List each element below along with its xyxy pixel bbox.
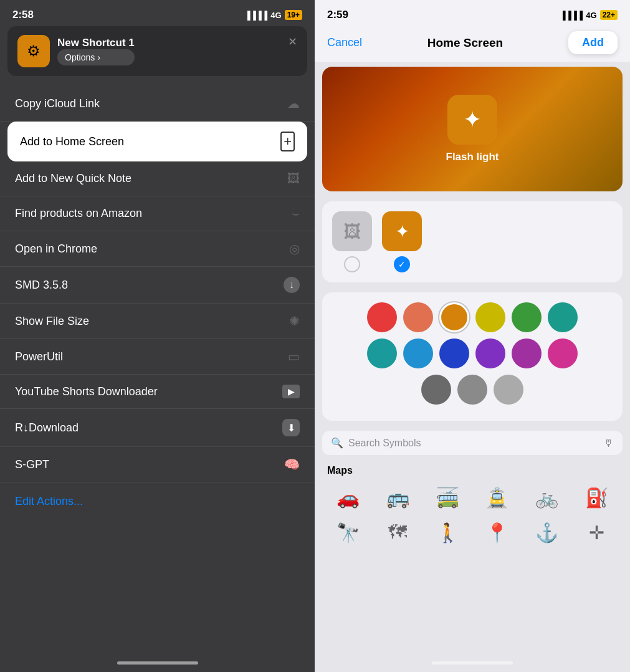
shortcut-icon: ⚙ [17, 35, 50, 67]
add-button[interactable]: Add [568, 31, 618, 54]
menu-item-amazon[interactable]: Find products on Amazon ⌣ [0, 196, 315, 231]
search-symbols-icon: 🔍 [331, 437, 343, 449]
preview-icon: ✦ [447, 95, 497, 145]
color-blue-light[interactable] [403, 338, 433, 368]
icon-selector: 🖼 ✦ ✓ [322, 201, 623, 282]
download-circle-icon: ↓ [284, 277, 300, 293]
add-square-icon: + [280, 132, 295, 151]
cancel-button[interactable]: Cancel [327, 36, 362, 49]
menu-item-copy-icloud[interactable]: Copy iCloud Link ☁ [0, 86, 315, 122]
color-purple[interactable] [475, 338, 505, 368]
menu-item-rdownload[interactable]: R↓Download ⬇ [0, 409, 315, 447]
color-cyan[interactable] [367, 338, 397, 368]
time-right: 2:59 [327, 9, 348, 21]
menu-item-sgpt[interactable]: S-GPT 🧠 [0, 447, 315, 482]
color-teal[interactable] [548, 302, 578, 332]
symbol-bike[interactable]: 🚲 [526, 484, 568, 511]
menu-label-file-size: Show File Size [15, 315, 89, 328]
menu-item-quick-note[interactable]: Add to New Quick Note 🖼 [0, 161, 315, 196]
icon-option-image[interactable]: 🖼 [332, 211, 372, 272]
image-placeholder-icon: 🖼 [332, 211, 372, 251]
play-icon: ▶ [282, 385, 300, 398]
symbol-anchor[interactable]: ⚓ [526, 519, 568, 546]
color-blue-dark[interactable] [439, 338, 469, 368]
symbol-train[interactable]: 🚊 [476, 484, 518, 511]
menu-item-powerutil[interactable]: PowerUtil ▭ [0, 339, 315, 375]
menu-item-add-home[interactable]: Add to Home Screen + [7, 122, 307, 161]
shortcut-title: New Shortcut 1 [57, 37, 135, 49]
menu-label-youtube: YouTube Shorts Downloader [15, 385, 158, 398]
sparkle-option-icon: ✦ [382, 211, 422, 251]
time-left: 2:58 [12, 9, 34, 21]
shortcut-header: ⚙ New Shortcut 1 Options › ✕ [7, 26, 307, 76]
menu-item-youtube[interactable]: YouTube Shorts Downloader ▶ [0, 375, 315, 409]
color-orange-red[interactable] [403, 302, 433, 332]
network-left: 4G [270, 11, 281, 20]
menu-label-copy-icloud: Copy iCloud Link [15, 97, 100, 110]
color-orange[interactable] [439, 302, 469, 332]
note-icon: 🖼 [287, 171, 300, 186]
symbol-fuel[interactable]: ⛽ [575, 484, 618, 511]
color-yellow[interactable] [475, 302, 505, 332]
nav-title: Home Screen [427, 36, 503, 50]
menu-label-sgpt: S-GPT [15, 458, 49, 471]
color-gray-light[interactable] [494, 375, 523, 405]
color-palette [322, 292, 623, 421]
color-row-1 [332, 302, 613, 332]
battery-left: 19+ [285, 10, 302, 20]
symbols-section: Maps 🚗 🚌 🚎 🚊 🚲 ⛽ 🔭 🗺 🚶 📍 ⚓ ✛ [315, 460, 630, 551]
preview-label: Flash light [446, 151, 499, 163]
cloud-icon: ☁ [287, 96, 300, 111]
icon-option-sparkle[interactable]: ✦ ✓ [382, 211, 422, 272]
sparkle-icon: ✺ [289, 314, 300, 329]
symbol-map[interactable]: 🗺 [377, 519, 419, 546]
menu-item-file-size[interactable]: Show File Size ✺ [0, 304, 315, 339]
menu-label-smd: SMD 3.5.8 [15, 279, 68, 292]
color-gray-mid[interactable] [457, 375, 487, 405]
status-icons-left: ▐▐▐▐ 4G 19+ [244, 10, 302, 20]
right-panel: 2:59 ▐▐▐▐ 4G 22+ Cancel Home Screen Add … [315, 0, 630, 672]
menu-label-quick-note: Add to New Quick Note [15, 172, 131, 185]
amazon-icon: ⌣ [292, 206, 300, 221]
battery-right: 22+ [600, 10, 618, 20]
symbol-walk[interactable]: 🚶 [426, 519, 469, 546]
home-indicator-left [0, 653, 315, 672]
radio-sparkle[interactable]: ✓ [394, 256, 410, 272]
menu-label-powerutil: PowerUtil [15, 350, 63, 363]
color-red[interactable] [367, 302, 397, 332]
network-right: 4G [586, 11, 596, 20]
menu-label-chrome: Open in Chrome [15, 242, 97, 256]
symbol-binoculars[interactable]: 🔭 [327, 519, 370, 546]
signal-icon: ▐▐▐▐ [244, 11, 267, 20]
menu-item-chrome[interactable]: Open in Chrome ◎ [0, 231, 315, 267]
battery-icon: ▭ [288, 349, 300, 364]
search-symbols-input[interactable]: Search Symbols [348, 438, 599, 449]
preview-area: ✦ Flash light [322, 67, 623, 191]
close-button[interactable]: ✕ [288, 35, 297, 49]
nav-bar: Cancel Home Screen Add [315, 26, 630, 62]
edit-actions-button[interactable]: Edit Actions... [0, 482, 315, 521]
search-symbols-bar[interactable]: 🔍 Search Symbols 🎙 [322, 431, 623, 455]
radio-image[interactable] [344, 256, 360, 272]
color-row-3 [332, 375, 613, 405]
color-green[interactable] [512, 302, 542, 332]
symbol-car[interactable]: 🚗 [327, 484, 370, 511]
mic-icon[interactable]: 🎙 [604, 438, 614, 449]
symbol-location[interactable]: 📍 [476, 519, 518, 546]
status-bar-right: 2:59 ▐▐▐▐ 4G 22+ [315, 0, 630, 26]
icon-options: 🖼 ✦ ✓ [332, 211, 613, 272]
symbol-move[interactable]: ✛ [575, 519, 618, 546]
options-button[interactable]: Options › [57, 49, 135, 65]
color-pink[interactable] [548, 338, 578, 368]
color-gray-dark[interactable] [421, 375, 451, 405]
brain-icon: 🧠 [284, 457, 300, 472]
menu-label-amazon: Find products on Amazon [15, 207, 142, 220]
menu-item-smd[interactable]: SMD 3.5.8 ↓ [0, 267, 315, 304]
symbol-bus[interactable]: 🚌 [377, 484, 419, 511]
symbols-section-label: Maps [327, 465, 618, 476]
edit-actions-label: Edit Actions... [15, 495, 83, 507]
chrome-icon: ◎ [289, 241, 300, 256]
color-magenta[interactable] [512, 338, 542, 368]
symbol-trolley[interactable]: 🚎 [426, 484, 469, 511]
status-bar-left: 2:58 ▐▐▐▐ 4G 19+ [0, 0, 315, 26]
